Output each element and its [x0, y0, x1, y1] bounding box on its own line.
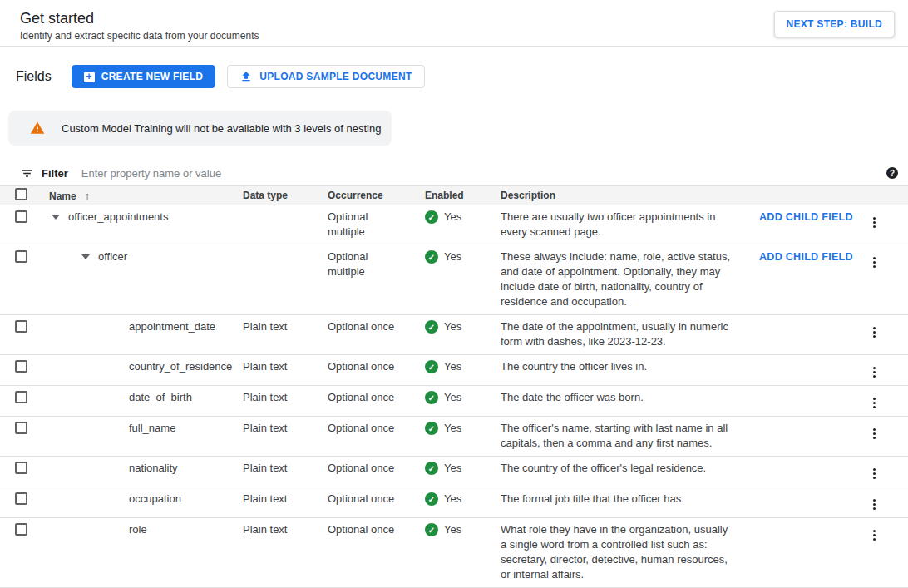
collapse-arrow-icon[interactable] [52, 215, 60, 220]
data-type-value: Plain text [243, 319, 328, 334]
enabled-value: Yes [444, 522, 461, 537]
field-description: The date the officer was born. [501, 390, 744, 405]
occurrence-value: Optional multiple [328, 250, 425, 279]
column-header-occurrence: Occurrence [328, 190, 425, 201]
occurrence-value: Optional once [328, 319, 425, 334]
more-options-icon[interactable] [868, 497, 881, 512]
data-type-value: Plain text [243, 390, 328, 405]
warning-text: Custom Model Training will not be availa… [62, 122, 381, 135]
field-description: These always include: name, role, active… [501, 250, 744, 309]
enabled-value: Yes [444, 390, 461, 405]
more-options-icon[interactable] [868, 426, 881, 442]
create-new-field-button[interactable]: + CREATE NEW FIELD [72, 65, 216, 88]
field-name: officer [98, 250, 127, 264]
row-checkbox[interactable] [15, 422, 27, 434]
row-checkbox[interactable] [15, 210, 27, 223]
column-header-name[interactable]: Name↑ [49, 190, 243, 202]
select-all-cell [0, 188, 49, 203]
filter-input[interactable] [81, 167, 886, 180]
row-menu-cell [856, 210, 890, 230]
sort-ascending-icon[interactable]: ↑ [85, 190, 91, 202]
column-header-data-type: Data type [243, 190, 328, 201]
enabled-cell: ✓ Yes [425, 461, 501, 476]
more-options-icon[interactable] [868, 364, 881, 380]
table-row: role Plain text Optional once ✓ Yes What… [0, 518, 908, 588]
warning-triangle-icon [30, 121, 45, 136]
enabled-value: Yes [444, 492, 461, 506]
enabled-value: Yes [444, 250, 461, 264]
row-checkbox-cell [0, 461, 49, 477]
row-checkbox[interactable] [15, 462, 27, 474]
table-row: appointment_date Plain text Optional onc… [0, 315, 908, 355]
add-child-field-button[interactable]: ADD CHILD FIELD [744, 250, 856, 264]
help-icon[interactable]: ? [886, 167, 898, 179]
table-row: occupation Plain text Optional once ✓ Ye… [0, 487, 908, 518]
row-checkbox-cell [0, 359, 49, 375]
more-options-icon[interactable] [868, 395, 881, 411]
upload-icon [239, 70, 253, 83]
enabled-check-icon: ✓ [425, 462, 438, 475]
enabled-check-icon: ✓ [425, 391, 438, 404]
row-checkbox[interactable] [15, 492, 27, 505]
row-checkbox-cell [0, 421, 49, 437]
enabled-value: Yes [444, 421, 461, 436]
add-child-field-button[interactable]: ADD CHILD FIELD [744, 210, 856, 225]
select-all-checkbox[interactable] [15, 188, 27, 200]
data-type-value: Plain text [243, 492, 328, 506]
page-title: Get started [20, 9, 888, 27]
field-description: The officer's name, starting with last n… [501, 421, 744, 451]
field-description: What role they have in the organization,… [501, 522, 744, 582]
enabled-cell: ✓ Yes [425, 492, 501, 506]
row-menu-cell [856, 461, 890, 482]
enabled-check-icon: ✓ [425, 210, 438, 224]
data-type-value: Plain text [243, 359, 328, 374]
enabled-check-icon: ✓ [425, 250, 438, 264]
field-name: officer_appointments [68, 210, 168, 225]
field-name: country_of_residence [129, 359, 232, 374]
next-step-build-button[interactable]: NEXT STEP: BUILD [774, 11, 895, 37]
table-row: country_of_residence Plain text Optional… [0, 355, 908, 386]
field-name-cell: appointment_date [49, 319, 243, 334]
occurrence-value: Optional once [328, 390, 425, 405]
field-name: full_name [129, 421, 175, 436]
row-menu-cell [856, 359, 890, 380]
field-description: The country of the officer's legal resid… [501, 461, 744, 476]
field-name-cell: country_of_residence [49, 359, 243, 374]
field-name: role [129, 522, 147, 537]
more-options-icon[interactable] [868, 215, 881, 230]
page-header: Get started Identify and extract specifi… [0, 0, 908, 47]
data-type-value: Plain text [243, 522, 328, 537]
field-name: occupation [129, 492, 181, 506]
row-checkbox[interactable] [15, 523, 27, 536]
filter-bar: Filter ? [0, 161, 908, 186]
upload-sample-document-label: UPLOAD SAMPLE DOCUMENT [259, 71, 412, 82]
warning-banner: Custom Model Training will not be availa… [8, 111, 392, 146]
fields-section-title: Fields [16, 69, 52, 84]
collapse-arrow-icon[interactable] [81, 254, 90, 259]
enabled-cell: ✓ Yes [425, 319, 501, 334]
occurrence-value: Optional once [328, 492, 425, 506]
enabled-value: Yes [444, 461, 461, 476]
more-options-icon[interactable] [868, 466, 881, 482]
enabled-check-icon: ✓ [425, 360, 438, 373]
upload-sample-document-button[interactable]: UPLOAD SAMPLE DOCUMENT [227, 65, 424, 88]
more-options-icon[interactable] [868, 254, 881, 270]
fields-bar: Fields + CREATE NEW FIELD UPLOAD SAMPLE … [0, 47, 908, 88]
row-checkbox[interactable] [15, 391, 27, 403]
field-description: The formal job title that the officer ha… [501, 492, 744, 506]
row-checkbox[interactable] [15, 320, 27, 333]
more-options-icon[interactable] [868, 324, 881, 340]
row-checkbox[interactable] [15, 250, 27, 263]
enabled-value: Yes [444, 359, 461, 374]
table-row: full_name Plain text Optional once ✓ Yes… [0, 417, 908, 457]
row-checkbox[interactable] [15, 360, 27, 373]
more-options-icon[interactable] [868, 527, 881, 543]
table-row: nationality Plain text Optional once ✓ Y… [0, 457, 908, 487]
create-new-field-label: CREATE NEW FIELD [101, 71, 204, 82]
enabled-check-icon: ✓ [425, 523, 438, 536]
occurrence-value: Optional once [328, 461, 425, 476]
enabled-cell: ✓ Yes [425, 421, 501, 436]
enabled-check-icon: ✓ [425, 422, 438, 435]
field-description: There are usually two officer appointmen… [501, 210, 744, 240]
field-name-cell: full_name [49, 421, 243, 436]
